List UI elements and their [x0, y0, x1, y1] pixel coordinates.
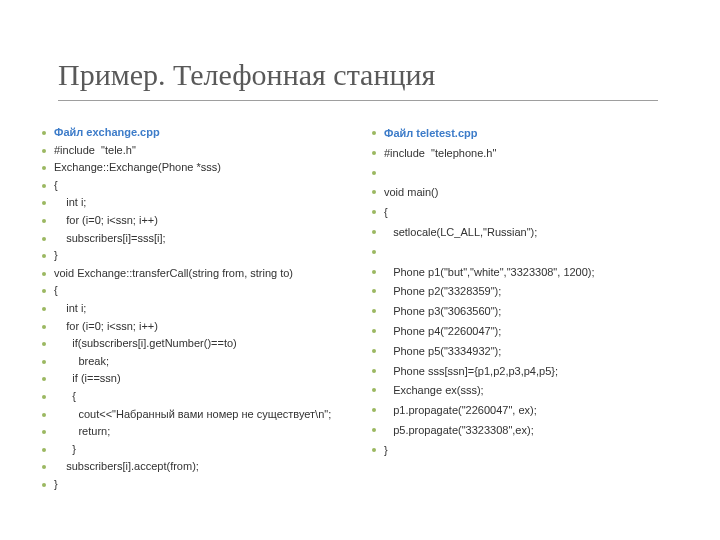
code-line: p1.propagate("2260047", ex); — [368, 401, 698, 421]
code-line: #include "telephone.h" — [368, 144, 698, 164]
code-line: Phone sss[ssn]={p1,p2,p3,p4,p5}; — [368, 362, 698, 382]
code-line: { — [368, 203, 698, 223]
code-line: return; — [38, 423, 368, 441]
code-line: subscribers[i]=sss[i]; — [38, 230, 368, 248]
code-line: { — [38, 282, 368, 300]
code-line: Phone p1("but","white","3323308", 1200); — [368, 263, 698, 283]
code-line: subscribers[i].accept(from); — [38, 458, 368, 476]
code-line: break; — [38, 353, 368, 371]
slide-title: Пример. Телефонная станция — [58, 60, 658, 90]
code-line: #include "tele.h" — [38, 142, 368, 160]
code-line: Phone p5("3334932"); — [368, 342, 698, 362]
code-line: Exchange::Exchange(Phone *sss) — [38, 159, 368, 177]
file-heading: Файл exchange.cpp — [38, 124, 368, 142]
code-line: cout<<"Набранный вами номер не существуе… — [38, 406, 368, 424]
code-line: for (i=0; i<ssn; i++) — [38, 318, 368, 336]
content-columns: Файл exchange.cpp#include "tele.h"Exchan… — [38, 124, 698, 493]
code-line: void Exchange::transferCall(string from,… — [38, 265, 368, 283]
right-column: Файл teletest.cpp#include "telephone.h" … — [368, 124, 698, 493]
code-line: setlocale(LC_ALL,"Russian"); — [368, 223, 698, 243]
code-line: { — [38, 177, 368, 195]
code-line: if(subscribers[i].getNumber()==to) — [38, 335, 368, 353]
code-line — [368, 243, 698, 263]
code-line: int i; — [38, 300, 368, 318]
code-list-left: Файл exchange.cpp#include "tele.h"Exchan… — [38, 124, 368, 493]
left-column: Файл exchange.cpp#include "tele.h"Exchan… — [38, 124, 368, 493]
code-line: } — [38, 247, 368, 265]
code-line: Phone p2("3328359"); — [368, 282, 698, 302]
code-line: Phone p4("2260047"); — [368, 322, 698, 342]
code-line: } — [38, 441, 368, 459]
code-line: Phone p3("3063560"); — [368, 302, 698, 322]
code-line: if (i==ssn) — [38, 370, 368, 388]
code-line — [368, 164, 698, 184]
code-line: { — [38, 388, 368, 406]
code-list-right: Файл teletest.cpp#include "telephone.h" … — [368, 124, 698, 461]
code-line: p5.propagate("3323308",ex); — [368, 421, 698, 441]
code-line: Exchange ex(sss); — [368, 381, 698, 401]
code-line: } — [38, 476, 368, 494]
code-line: void main() — [368, 183, 698, 203]
code-line: } — [368, 441, 698, 461]
code-line: int i; — [38, 194, 368, 212]
code-line: for (i=0; i<ssn; i++) — [38, 212, 368, 230]
file-heading: Файл teletest.cpp — [368, 124, 698, 144]
